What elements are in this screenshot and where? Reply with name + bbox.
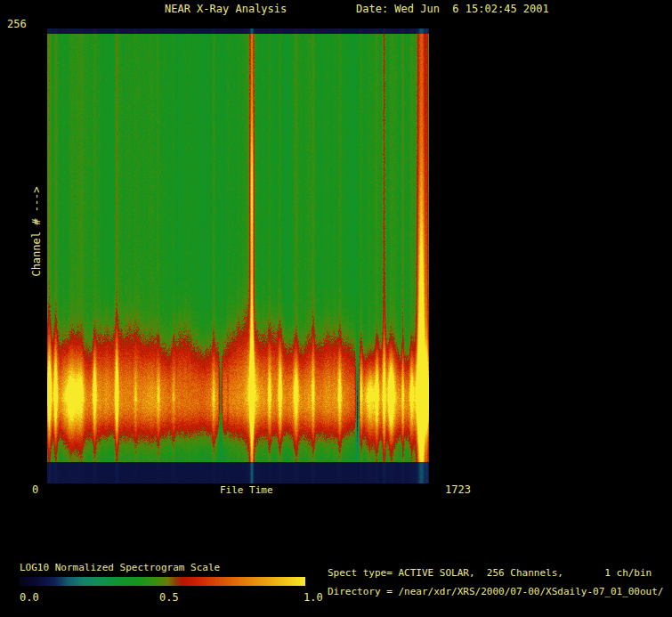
header-date: Date: Wed Jun 6 15:02:45 2001 xyxy=(356,4,549,15)
colorbar-tick-max: 1.0 xyxy=(304,592,323,604)
colorbar-tick-mid: 0.5 xyxy=(159,592,179,604)
directory-info: Directory = /near/xdr/XRS/2000/07-00/XSd… xyxy=(328,586,664,597)
xray-analysis-window: NEAR X-Ray Analysis Date: Wed Jun 6 15:0… xyxy=(0,0,672,617)
spect-type-info: Spect type= ACTIVE SOLAR, 256 Channels, … xyxy=(328,567,652,579)
page-title: NEAR X-Ray Analysis xyxy=(165,4,287,15)
y-axis-label: Channel # ---> xyxy=(31,186,43,276)
colorbar-tick-min: 0.0 xyxy=(20,592,39,604)
y-axis-max-tick: 256 xyxy=(7,19,27,30)
x-axis-label: File Time xyxy=(220,484,273,496)
colorbar-gradient xyxy=(20,577,305,586)
x-axis-max-tick: 1723 xyxy=(445,484,471,496)
axis-origin-tick: 0 xyxy=(32,484,38,496)
colorbar-label: LOG10 Normalized Spectrogram Scale xyxy=(20,562,220,573)
spectrogram-heatmap xyxy=(47,28,429,483)
